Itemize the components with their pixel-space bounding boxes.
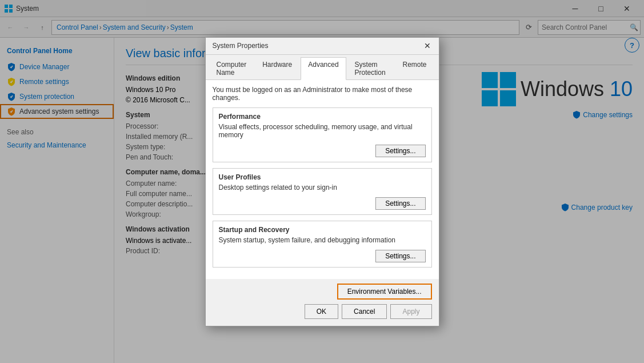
tab-computer-name[interactable]: Computer Name: [209, 57, 254, 79]
modal-bottom-buttons: OK Cancel Apply: [213, 304, 432, 319]
startup-recovery-settings-button[interactable]: Settings...: [375, 250, 425, 262]
modal-tabs: Computer Name Hardware Advanced System P…: [206, 55, 439, 80]
performance-title: Performance: [219, 113, 426, 121]
user-profiles-desc: Desktop settings related to your sign-in: [219, 184, 426, 192]
performance-section: Performance Visual effects, processor sc…: [213, 107, 432, 162]
startup-recovery-desc: System startup, system failure, and debu…: [219, 236, 426, 244]
user-profiles-section: User Profiles Desktop settings related t…: [213, 168, 432, 215]
performance-settings-button[interactable]: Settings...: [375, 145, 425, 157]
admin-note: You must be logged on as an Administrato…: [213, 86, 432, 102]
tab-system-protection[interactable]: System Protection: [347, 57, 394, 79]
modal-footer: Environment Variables... OK Cancel Apply: [206, 279, 439, 326]
modal-ok-button[interactable]: OK: [305, 304, 338, 319]
user-profiles-settings-button[interactable]: Settings...: [375, 197, 425, 210]
modal-apply-button: Apply: [390, 304, 431, 319]
user-profiles-title: User Profiles: [219, 173, 426, 181]
tab-hardware[interactable]: Hardware: [255, 57, 299, 79]
modal-title-bar: System Properties ✕: [206, 38, 439, 55]
environment-variables-button[interactable]: Environment Variables...: [337, 284, 432, 300]
system-properties-dialog: System Properties ✕ Computer Name Hardwa…: [205, 37, 439, 326]
performance-desc: Visual effects, processor scheduling, me…: [219, 123, 426, 139]
tab-advanced[interactable]: Advanced: [301, 57, 346, 80]
modal-cancel-button[interactable]: Cancel: [342, 304, 387, 319]
startup-recovery-title: Startup and Recovery: [219, 226, 426, 234]
tab-remote[interactable]: Remote: [395, 57, 434, 79]
modal-content: You must be logged on as an Administrato…: [206, 80, 439, 279]
startup-recovery-section: Startup and Recovery System startup, sys…: [213, 221, 432, 268]
modal-overlay: System Properties ✕ Computer Name Hardwa…: [0, 0, 644, 363]
modal-title: System Properties: [213, 42, 269, 50]
modal-close-button[interactable]: ✕: [421, 39, 434, 53]
